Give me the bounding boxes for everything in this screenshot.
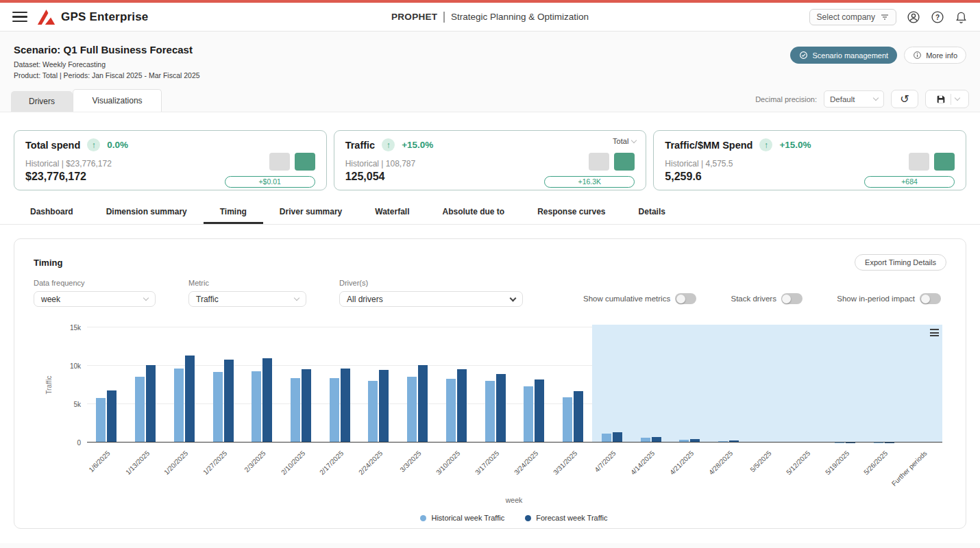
forecast-bar[interactable]: [262, 358, 272, 443]
bar-group: [631, 327, 670, 443]
metric-select[interactable]: Traffic: [188, 291, 306, 307]
kpi-title-row: Traffic↑+15.0%: [345, 138, 635, 151]
forecast-bar[interactable]: [457, 369, 467, 443]
view-tab-visualizations[interactable]: Visualizations: [73, 89, 162, 112]
tab-details[interactable]: Details: [622, 206, 682, 224]
account-button[interactable]: [907, 10, 920, 24]
forecast-bar[interactable]: [302, 369, 311, 443]
legend-label: Historical week Traffic: [431, 514, 504, 522]
forecast-bar[interactable]: [379, 370, 389, 443]
bar-group: [476, 327, 515, 443]
chart-legend: Historical week TrafficForecast week Tra…: [34, 514, 946, 522]
drivers-select[interactable]: All drivers: [339, 291, 523, 307]
notifications-button[interactable]: [955, 10, 968, 24]
help-button[interactable]: ?: [931, 10, 944, 24]
bar-group: [398, 327, 437, 443]
x-tick-label: 2/3/2025: [243, 449, 267, 473]
historical-bar[interactable]: [174, 369, 184, 443]
kpi-delta-pill: +684: [864, 176, 955, 188]
toggle-switch[interactable]: [920, 293, 941, 304]
bar-group: [126, 327, 165, 443]
save-menu-chevron-icon[interactable]: [954, 95, 959, 101]
historical-bar[interactable]: [330, 378, 339, 443]
tab-timing[interactable]: Timing: [204, 206, 263, 224]
legend-item[interactable]: Forecast week Traffic: [525, 514, 607, 522]
export-timing-details-button[interactable]: Export Timing Details: [855, 254, 946, 271]
forecast-bar[interactable]: [224, 360, 234, 443]
gray-square-toggle[interactable]: [909, 153, 929, 171]
gray-square-toggle[interactable]: [269, 153, 290, 171]
data-frequency-value: week: [41, 295, 60, 304]
forecast-bar[interactable]: [418, 365, 428, 443]
historical-bar[interactable]: [252, 371, 261, 443]
kpi-delta-pill: +16.3K: [544, 176, 635, 188]
bar-group: [515, 327, 554, 443]
reset-button[interactable]: ↺: [891, 90, 918, 108]
forecast-bar[interactable]: [535, 379, 544, 443]
more-info-button[interactable]: More info: [904, 47, 966, 64]
bar-group: [243, 327, 282, 443]
drivers-label: Driver(s): [339, 279, 523, 287]
x-tick-label: 2/10/2025: [280, 449, 306, 476]
bar-group: [437, 327, 476, 443]
legend-item[interactable]: Historical week Traffic: [420, 514, 504, 522]
x-tick-label: 5/19/2025: [824, 449, 850, 476]
x-tick-label: 4/14/2025: [629, 449, 656, 476]
gray-square-toggle[interactable]: [589, 153, 609, 171]
data-frequency-select[interactable]: week: [34, 291, 156, 307]
forecast-bar[interactable]: [496, 374, 506, 443]
bar-group: [87, 327, 126, 443]
save-button[interactable]: [925, 90, 969, 108]
kpi-view-switch: [909, 153, 955, 171]
historical-bar[interactable]: [135, 377, 145, 443]
x-axis-line: [87, 442, 942, 443]
historical-bar[interactable]: [407, 377, 417, 443]
view-tab-drivers[interactable]: Drivers: [11, 91, 73, 112]
menu-icon[interactable]: [12, 12, 27, 22]
help-icon: ?: [931, 10, 944, 24]
historical-bar[interactable]: [213, 372, 223, 443]
forecast-bar[interactable]: [341, 369, 350, 443]
select-company-button[interactable]: Select company: [809, 9, 896, 25]
tab-dimension-summary[interactable]: Dimension summary: [90, 206, 204, 224]
green-square-toggle[interactable]: [934, 153, 955, 171]
tab-response-curves[interactable]: Response curves: [521, 206, 622, 224]
decimal-precision-select[interactable]: Default: [824, 90, 884, 108]
scenario-management-button[interactable]: Scenario management: [790, 47, 897, 64]
tab-waterfall[interactable]: Waterfall: [358, 206, 426, 224]
historical-bar[interactable]: [485, 381, 495, 443]
toggle-knob: [676, 295, 685, 303]
x-tick-label: 5/5/2025: [748, 449, 772, 473]
scenario-header: Scenario: Q1 Full Business Forecast Data…: [0, 32, 980, 79]
kpi-dimension-select[interactable]: Total: [613, 137, 636, 145]
historical-bar[interactable]: [291, 378, 300, 443]
chart-plot-area: Traffic 05k10k15k1/6/20251/13/20251/20/2…: [87, 327, 942, 443]
tab-absolute-due-to[interactable]: Absolute due to: [426, 206, 521, 224]
green-square-toggle[interactable]: [295, 153, 315, 171]
forecast-bar[interactable]: [574, 391, 583, 443]
historical-bar[interactable]: [563, 397, 572, 443]
toggle-label: Show in-period impact: [837, 295, 915, 303]
toggle-knob: [782, 295, 791, 303]
bar-group: [554, 327, 593, 443]
forecast-bar[interactable]: [613, 432, 622, 443]
view-tabs-row: DriversVisualizations Decimal precision:…: [0, 89, 980, 112]
brand: GPS Enterprise: [37, 9, 149, 25]
x-tick-label: 3/17/2025: [474, 449, 500, 476]
chart-menu-icon[interactable]: [930, 329, 939, 336]
historical-bar[interactable]: [368, 381, 378, 443]
historical-bar[interactable]: [446, 379, 456, 443]
historical-bar[interactable]: [524, 386, 533, 443]
y-tick-label: 10k: [70, 362, 81, 370]
forecast-bar[interactable]: [107, 390, 117, 443]
tab-driver-summary[interactable]: Driver summary: [263, 206, 358, 224]
toggle-switch[interactable]: [675, 293, 696, 304]
tab-dashboard[interactable]: Dashboard: [14, 206, 90, 224]
toggle-switch[interactable]: [781, 293, 803, 304]
bar-group: [787, 327, 826, 443]
forecast-bar[interactable]: [146, 365, 156, 443]
forecast-bar[interactable]: [185, 356, 195, 443]
green-square-toggle[interactable]: [614, 153, 635, 171]
historical-bar[interactable]: [96, 398, 106, 443]
chevron-down-icon: [873, 95, 879, 101]
